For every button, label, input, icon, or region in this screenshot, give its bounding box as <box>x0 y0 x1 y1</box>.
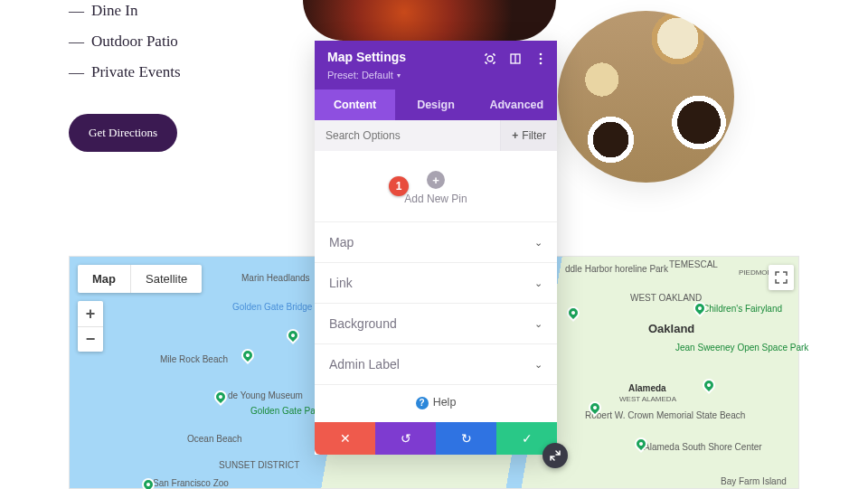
map-place-label: San Francisco Zoo <box>153 478 229 488</box>
map-place-label: Mile Rock Beach <box>160 354 228 364</box>
list-item: —Outdoor Patio <box>69 33 181 51</box>
map-pin-icon[interactable] <box>212 388 230 406</box>
panel-tabs: Content Design Advanced <box>315 89 557 120</box>
map-place-label: Marin Headlands <box>241 273 310 283</box>
map-place-label: Jean Sweeney Open Space Park <box>675 343 808 353</box>
map-type-label: Map <box>92 272 116 286</box>
undo-icon: ↺ <box>401 431 411 446</box>
tab-label: Design <box>417 99 455 111</box>
section-map[interactable]: Map⌄ <box>315 221 557 262</box>
preset-dropdown[interactable]: Preset: Default▾ <box>327 70 401 80</box>
check-icon: ✓ <box>522 431 533 446</box>
help-label: Help <box>433 396 457 409</box>
chevron-down-icon: ⌄ <box>534 318 542 330</box>
panel-header: Map Settings Preset: Default▾ <box>315 41 557 89</box>
hover-icon[interactable] <box>483 52 497 66</box>
close-icon: ✕ <box>340 431 351 446</box>
chevron-down-icon: ▾ <box>397 71 401 80</box>
map-zoom-controls: + − <box>78 301 103 352</box>
map-pin-icon[interactable] <box>284 326 302 344</box>
expand-icon <box>549 449 561 462</box>
map-place-label: Children's Fairyland <box>703 304 782 314</box>
filter-label: Filter <box>522 129 546 142</box>
map-place-label: Ocean Beach <box>187 434 242 444</box>
panel-actions: ✕ ↺ ↻ ✓ <box>315 422 557 455</box>
list-item-label: Private Events <box>91 63 181 81</box>
chevron-down-icon: ⌄ <box>534 237 542 249</box>
services-list: —Dine In —Outdoor Patio —Private Events … <box>69 2 181 152</box>
cta-label: Get Directions <box>89 126 157 139</box>
undo-button[interactable]: ↺ <box>375 422 436 455</box>
map-place-label: Alameda South Shore Center <box>644 442 762 452</box>
responsive-icon[interactable] <box>508 52 523 66</box>
svg-point-3 <box>540 53 542 56</box>
get-directions-button[interactable]: Get Directions <box>69 114 177 152</box>
section-link[interactable]: Link⌄ <box>315 262 557 303</box>
filter-button[interactable]: +Filter <box>500 120 557 151</box>
map-place-label: Golden Gate Bridge <box>232 302 312 312</box>
map-pin-icon[interactable] <box>700 376 718 394</box>
section-label: Admin Label <box>329 357 400 371</box>
map-type-map-button[interactable]: Map <box>78 265 130 293</box>
chevron-down-icon: ⌄ <box>534 277 542 289</box>
help-row[interactable]: ?Help <box>315 384 557 422</box>
add-pin-area: 1 + Add New Pin <box>315 151 557 221</box>
map-pin-icon[interactable] <box>564 304 582 322</box>
zoom-out-button[interactable]: − <box>78 326 103 352</box>
step-badge: 1 <box>389 176 409 196</box>
map-place-label: WEST OAKLAND <box>630 293 702 303</box>
map-type-switch: Map Satellite <box>78 265 202 293</box>
map-place-label: de Young Museum <box>228 390 303 400</box>
map-place-label: TEMESCAL <box>669 259 718 269</box>
hero-food-image-top <box>303 0 556 41</box>
map-settings-panel: Map Settings Preset: Default▾ Content De… <box>315 41 557 455</box>
tab-design[interactable]: Design <box>395 89 476 120</box>
add-pin-button[interactable]: + <box>427 171 445 189</box>
help-icon: ? <box>416 397 429 409</box>
list-item-label: Dine In <box>91 2 137 20</box>
map-fullscreen-button[interactable] <box>769 265 794 290</box>
hero-food-image-right <box>558 11 734 183</box>
section-label: Background <box>329 316 397 331</box>
section-admin-label[interactable]: Admin Label⌄ <box>315 343 557 384</box>
svg-point-4 <box>540 58 542 61</box>
map-place-label: Oakland <box>648 322 694 335</box>
map-type-satellite-button[interactable]: Satellite <box>130 265 202 293</box>
map-type-label: Satellite <box>146 272 187 286</box>
map-place-label: Robert W. Crown Memorial State Beach <box>585 410 745 420</box>
redo-icon: ↻ <box>461 431 472 446</box>
tab-content[interactable]: Content <box>315 89 395 120</box>
search-input[interactable] <box>315 120 500 151</box>
expand-panel-button[interactable] <box>542 443 568 468</box>
add-pin-label: Add New Pin <box>315 193 557 205</box>
chevron-down-icon: ⌄ <box>534 359 542 371</box>
search-row: +Filter <box>315 120 557 151</box>
map-place-label: Golden Gate Park <box>250 406 323 416</box>
section-label: Link <box>329 276 353 290</box>
kebab-icon[interactable] <box>533 52 548 66</box>
preset-label: Preset: Default <box>327 70 393 80</box>
svg-point-5 <box>540 62 542 65</box>
cancel-button[interactable]: ✕ <box>315 422 375 455</box>
list-item: —Dine In <box>69 2 181 20</box>
section-background[interactable]: Background⌄ <box>315 303 557 343</box>
map-place-label: SUNSET DISTRICT <box>219 460 299 470</box>
map-place-label: ddle Harbor horeline Park <box>565 264 668 274</box>
map-place-label: Alameda <box>628 383 666 393</box>
redo-button[interactable]: ↻ <box>436 422 496 455</box>
fullscreen-icon <box>775 271 788 284</box>
map-place-label: WEST ALAMEDA <box>619 395 676 403</box>
map-pin-icon[interactable] <box>239 346 257 364</box>
tab-label: Content <box>334 99 376 111</box>
list-item-label: Outdoor Patio <box>91 33 178 51</box>
zoom-in-button[interactable]: + <box>78 301 103 326</box>
map-place-label: Bay Farm Island <box>721 476 787 486</box>
tab-advanced[interactable]: Advanced <box>476 89 557 120</box>
tab-label: Advanced <box>489 99 543 111</box>
section-label: Map <box>329 235 354 249</box>
list-item: —Private Events <box>69 63 181 81</box>
svg-point-0 <box>487 56 493 61</box>
